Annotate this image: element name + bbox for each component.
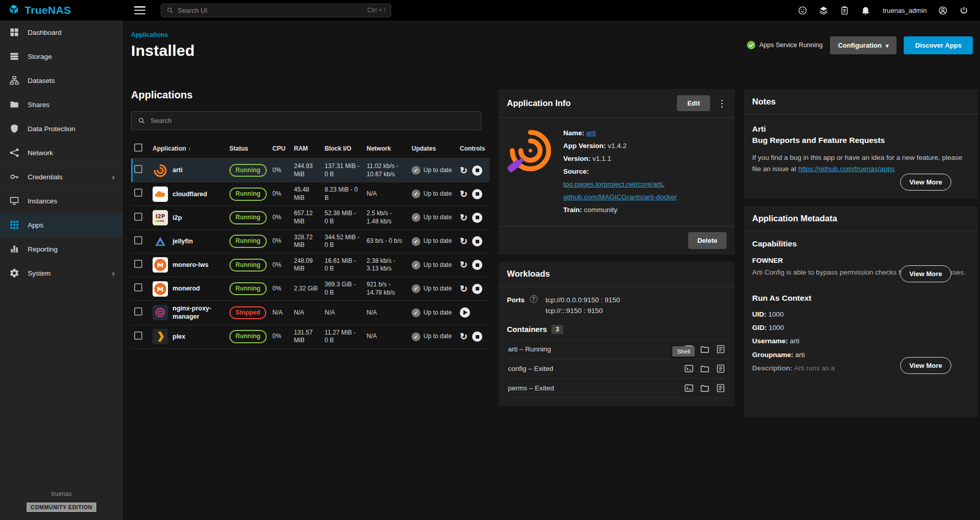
view-logs-button[interactable] (716, 344, 726, 354)
notifications-icon[interactable] (861, 6, 870, 15)
container-name-state: arti – Running (508, 345, 551, 353)
run-as-view-more-button[interactable]: View More (900, 357, 951, 374)
feedback-icon[interactable] (798, 6, 807, 15)
source-link[interactable]: tpo.pages.torproject.net/core/arti (563, 180, 663, 188)
restart-button[interactable]: ↻ (460, 237, 467, 246)
status-badge: Running (229, 330, 267, 343)
truenas-brand[interactable]: TrueNAS (0, 4, 123, 17)
sidebar-item-shares[interactable]: Shares (0, 93, 123, 117)
app-name-link[interactable]: arti (586, 129, 596, 137)
global-search-input[interactable] (178, 7, 363, 14)
menu-toggle-icon[interactable] (134, 6, 145, 14)
configuration-button[interactable]: Configuration▾ (830, 36, 897, 54)
ram-value: 657.12 MiB (291, 206, 322, 230)
restart-button[interactable]: ↻ (460, 260, 467, 269)
app-row-monero-lws[interactable]: Mmonero-lwsRunning0%248.09 MiB16.61 MiB … (131, 253, 489, 277)
app-row-monerod[interactable]: MmonerodRunning0%2.32 GiB369.3 GiB - 0 B… (131, 277, 489, 300)
select-all-checkbox[interactable] (134, 143, 142, 152)
sidebar-item-system[interactable]: System› (0, 261, 123, 285)
discover-apps-button[interactable]: Discover Apps (904, 36, 973, 54)
delete-button[interactable]: Delete (688, 232, 727, 249)
view-logs-button[interactable] (716, 383, 726, 393)
stop-button[interactable] (472, 189, 482, 199)
app-row-nginx-proxy-manager[interactable]: nginx-proxy-managerStoppedN/AN/AN/AN/A✓U… (131, 301, 489, 325)
app-row-cloudflared[interactable]: cloudflaredRunning0%45.48 MiB8.23 MiB - … (131, 182, 489, 206)
updates-text: Up to date (423, 167, 452, 175)
ram-value: 244.93 MiB (291, 159, 322, 182)
sidebar-item-label: Credentials (28, 173, 62, 181)
app-row-plex[interactable]: plexRunning0%131.57 MiB11.27 MiB - 0 BN/… (131, 325, 489, 348)
power-icon[interactable] (959, 6, 969, 15)
column-header-ram[interactable]: RAM (291, 138, 322, 159)
shell-button[interactable] (684, 364, 694, 373)
sidebar-item-datasets[interactable]: Datasets (0, 69, 123, 93)
breadcrumb[interactable]: Applications (131, 31, 168, 38)
sidebar-item-storage[interactable]: Storage (0, 45, 123, 69)
column-header-network[interactable]: Network (364, 138, 409, 159)
account-icon[interactable] (938, 6, 948, 15)
sidebar-item-apps[interactable]: Apps (0, 213, 123, 237)
global-search[interactable]: Ctrl + / (161, 4, 391, 17)
row-checkbox[interactable] (134, 307, 142, 316)
help-icon[interactable]: ? (530, 295, 538, 303)
table-search-input[interactable] (151, 117, 475, 124)
page-title: Installed (131, 42, 195, 59)
start-button[interactable] (460, 307, 470, 318)
source-link[interactable]: github.com/MAGICGrants/arti-docker (563, 193, 677, 201)
notes-view-more-button[interactable]: View More (900, 174, 951, 191)
issue-link[interactable]: https://github.com/truenas/apps (798, 165, 894, 173)
row-checkbox[interactable] (134, 283, 142, 292)
stop-button[interactable] (472, 165, 482, 176)
app-name: arti (173, 166, 182, 174)
stop-button[interactable] (472, 236, 482, 246)
app-row-arti[interactable]: artiRunning0%244.93 MiB137.31 MiB - 0 B1… (131, 159, 489, 182)
monero-app-icon: M (153, 257, 168, 273)
network-value: 2.5 kb/s - 1.48 kb/s (364, 206, 409, 230)
browse-files-button[interactable] (700, 364, 710, 373)
browse-files-button[interactable] (700, 344, 710, 354)
notes-card: Notes Arti Bug Reports and Feature Reque… (744, 89, 978, 199)
column-header-status[interactable]: Status (226, 138, 269, 159)
column-header-application[interactable]: Application↑ (150, 138, 226, 159)
edit-button[interactable]: Edit (677, 95, 710, 111)
stop-button[interactable] (472, 284, 482, 294)
view-logs-button[interactable] (716, 364, 726, 373)
restart-button[interactable]: ↻ (460, 332, 467, 341)
stop-button[interactable] (472, 260, 482, 270)
restart-button[interactable]: ↻ (460, 166, 467, 175)
app-row-jellyfin[interactable]: jellyfinRunning0%328.72 MiB344.52 MiB - … (131, 230, 489, 253)
row-checkbox[interactable] (134, 236, 142, 244)
sidebar-item-data-protection[interactable]: Data Protection (0, 117, 123, 141)
status-badge: Running (229, 211, 267, 224)
sidebar-item-credentials[interactable]: Credentials› (0, 165, 123, 189)
stack-icon[interactable] (819, 6, 828, 15)
row-checkbox[interactable] (134, 189, 142, 197)
svg-text:I2P: I2P (156, 213, 165, 219)
row-checkbox[interactable] (134, 260, 142, 268)
restart-button[interactable]: ↻ (460, 284, 467, 294)
kebab-menu-icon[interactable]: ⋮ (717, 98, 727, 109)
row-checkbox[interactable] (134, 213, 142, 221)
capabilities-view-more-button[interactable]: View More (900, 265, 951, 282)
sidebar-item-network[interactable]: Network (0, 141, 123, 165)
restart-button[interactable]: ↻ (460, 213, 467, 222)
table-search[interactable] (131, 111, 481, 130)
clipboard-icon[interactable] (840, 6, 849, 15)
chevron-right-icon: › (112, 173, 115, 181)
edition-badge: COMMUNITY EDITION (27, 503, 96, 512)
sidebar-item-dashboard[interactable]: Dashboard (0, 20, 123, 45)
app-version-field: App Version: v1.4.2 (563, 140, 727, 153)
browse-files-button[interactable] (700, 383, 710, 393)
column-header-block-io[interactable]: Block I/O (322, 138, 364, 159)
shell-button[interactable] (684, 383, 694, 393)
column-header-cpu[interactable]: CPU (269, 138, 291, 159)
row-checkbox[interactable] (134, 331, 142, 340)
stop-button[interactable] (472, 331, 482, 342)
app-row-i2p[interactable]: I2Pi2pRunning0%657.12 MiB52.38 MiB - 0 B… (131, 206, 489, 230)
sidebar-item-reporting[interactable]: Reporting (0, 237, 123, 261)
sidebar-item-instances[interactable]: Instances (0, 189, 123, 213)
stop-button[interactable] (472, 213, 482, 223)
column-header-updates[interactable]: Updates (409, 138, 457, 159)
row-checkbox[interactable] (134, 165, 142, 173)
restart-button[interactable]: ↻ (460, 190, 467, 199)
